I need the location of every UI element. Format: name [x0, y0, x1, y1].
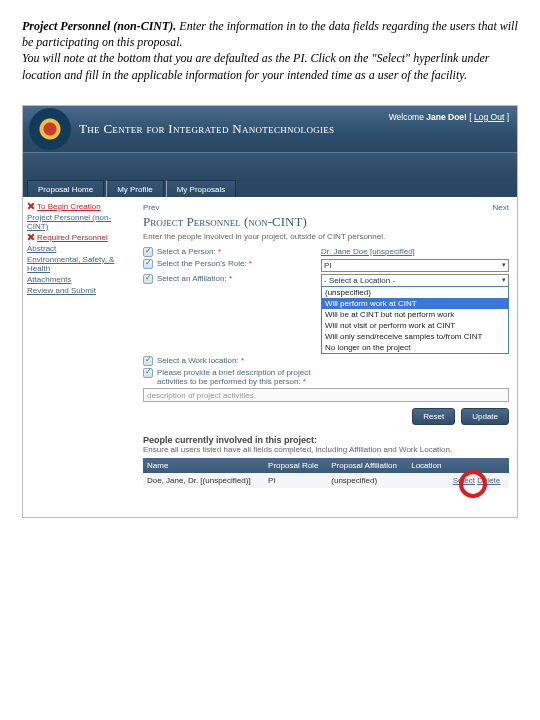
- delete-link[interactable]: Delete: [477, 476, 500, 485]
- header-blue-bar: [23, 152, 517, 180]
- cint-logo-icon: [29, 108, 71, 150]
- check-icon: [143, 247, 153, 257]
- tab-my-profile[interactable]: My Profile: [106, 180, 164, 197]
- table-header-row: Name Proposal Role Proposal Affiliation …: [143, 458, 509, 473]
- x-icon: [27, 202, 35, 210]
- select-link[interactable]: Select: [453, 476, 475, 485]
- table-row: Doe, Jane, Dr. [(unspecified)] PI (unspe…: [143, 473, 509, 488]
- main-content: Prev Next Project Personnel (non-CINT) E…: [135, 197, 517, 517]
- dropdown-option[interactable]: Will be at CINT but not perform work: [322, 309, 508, 320]
- form-row-person: Select a Person: * Dr. Jane Doe [unspeci…: [143, 247, 509, 257]
- description-textarea[interactable]: description of project activities.: [143, 388, 509, 402]
- app-window: The Center for Integrated Nanotechnologi…: [22, 105, 518, 518]
- welcome-message: Welcome Jane Doe! [ Log Out ]: [389, 112, 509, 122]
- instruction-text: Project Personnel (non-CINT). Enter the …: [22, 18, 518, 83]
- x-icon: [27, 233, 35, 241]
- affiliation-dropdown: (unspecified) Will perform work at CINT …: [321, 286, 509, 354]
- sidebar: To Begin Creation Project Personnel (non…: [23, 197, 135, 517]
- col-name: Name: [143, 458, 264, 473]
- check-icon: [143, 274, 153, 284]
- role-select[interactable]: PI ▾: [321, 259, 509, 272]
- sidebar-item-personnel[interactable]: Project Personnel (non-CINT): [27, 212, 131, 232]
- form-row-description: Please provide a brief description of pr…: [143, 368, 509, 386]
- nav-tabs: Proposal Home My Profile My Proposals: [23, 180, 517, 197]
- col-actions: [449, 458, 509, 473]
- check-icon: [143, 259, 153, 269]
- tab-my-proposals[interactable]: My Proposals: [166, 180, 236, 197]
- update-button[interactable]: Update: [461, 408, 509, 425]
- dropdown-option[interactable]: No longer on the project: [322, 342, 508, 353]
- section-title: Project Personnel (non-CINT): [143, 214, 509, 230]
- dropdown-option[interactable]: Will not visit or perform work at CINT: [322, 320, 508, 331]
- person-link[interactable]: Dr. Jane Doe [unspecified]: [321, 247, 415, 256]
- sidebar-item-attachments[interactable]: Attachments: [27, 274, 131, 285]
- dropdown-option[interactable]: Will perform work at CINT: [322, 298, 508, 309]
- tab-proposal-home[interactable]: Proposal Home: [27, 180, 104, 197]
- sidebar-item-esh[interactable]: Environmental, Safety, & Health: [27, 254, 131, 274]
- col-role: Proposal Role: [264, 458, 327, 473]
- app-title: The Center for Integrated Nanotechnologi…: [79, 121, 334, 137]
- instruction-title: Project Personnel (non-CINT).: [22, 19, 176, 33]
- col-location: Location: [407, 458, 448, 473]
- section-subtext: Enter the people involved in your projec…: [143, 232, 509, 241]
- chevron-down-icon: ▾: [502, 261, 506, 270]
- logout-link[interactable]: Log Out: [474, 112, 504, 122]
- chevron-down-icon: ▾: [502, 276, 506, 285]
- next-link[interactable]: Next: [493, 203, 509, 212]
- form-row-role: Select the Person's Role: * PI ▾: [143, 259, 509, 272]
- reset-button[interactable]: Reset: [412, 408, 455, 425]
- form-row-location: Select a Work location: *: [143, 356, 509, 366]
- people-table: Name Proposal Role Proposal Affiliation …: [143, 458, 509, 488]
- prev-link[interactable]: Prev: [143, 203, 159, 212]
- sidebar-item-review[interactable]: Review and Submit: [27, 285, 131, 296]
- dropdown-option[interactable]: (unspecified): [322, 287, 508, 298]
- check-icon: [143, 368, 153, 378]
- sidebar-item-required: Required Personnel: [27, 232, 131, 243]
- dropdown-option[interactable]: Will only send/receive samples to/from C…: [322, 331, 508, 342]
- people-subtext: Ensure all users listed have all fields …: [143, 445, 509, 454]
- people-title: People currently involved in this projec…: [143, 435, 509, 445]
- check-icon: [143, 356, 153, 366]
- sidebar-item-begin: To Begin Creation: [27, 201, 131, 212]
- col-affil: Proposal Affiliation: [327, 458, 407, 473]
- sidebar-item-abstract[interactable]: Abstract: [27, 243, 131, 254]
- form-row-affiliation: Select an Affiliation: * - Select a Loca…: [143, 274, 509, 354]
- app-header: The Center for Integrated Nanotechnologi…: [23, 106, 517, 152]
